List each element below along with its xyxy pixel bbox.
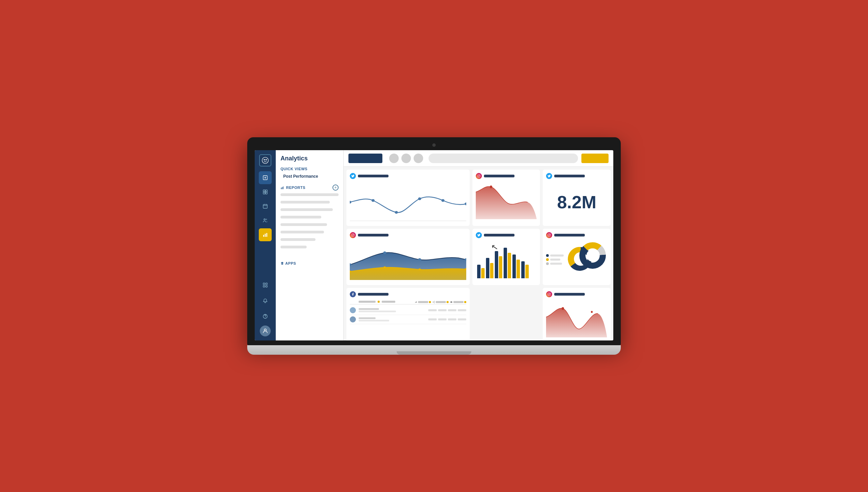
bar	[521, 261, 525, 278]
svg-point-1	[264, 159, 265, 160]
add-report-button[interactable]: +	[332, 184, 339, 191]
svg-line-63	[433, 301, 434, 302]
table-row-2	[350, 315, 466, 324]
line-chart-area	[350, 182, 466, 223]
top-bar-circle-1[interactable]	[389, 154, 399, 163]
svg-point-31	[372, 199, 375, 202]
bar-group-5	[512, 254, 520, 278]
legend-item-1	[546, 254, 564, 257]
svg-rect-51	[548, 234, 550, 236]
table-content	[350, 300, 466, 324]
top-bar-cta-button[interactable]	[581, 154, 609, 163]
legend-dot-2	[546, 258, 549, 261]
top-bar-tab[interactable]	[348, 154, 382, 163]
sidebar-item-dashboard[interactable]	[259, 186, 272, 198]
top-bar-circle-3[interactable]	[414, 154, 423, 163]
svg-point-24	[265, 318, 265, 318]
card-header-1	[350, 173, 466, 179]
bar	[486, 258, 489, 278]
svg-point-44	[383, 251, 386, 254]
apps-label: APPS	[281, 258, 339, 265]
svg-point-68	[562, 307, 564, 310]
main-content: 8.2M	[344, 150, 613, 340]
table-cell	[458, 318, 466, 320]
report-line	[281, 238, 315, 241]
screen: Analytics QUICK VIEWS Post Performance R…	[255, 150, 613, 340]
svg-point-35	[465, 203, 466, 205]
donut-chart-area	[546, 241, 607, 278]
instagram-icon-4	[546, 291, 552, 297]
bar-group-2	[486, 258, 493, 278]
twitter-icon-3	[476, 232, 482, 238]
sidebar-item-grid[interactable]	[259, 279, 272, 292]
card-twitter-bar-chart: ↖	[472, 229, 540, 285]
table-text-line	[359, 311, 396, 312]
bar-group-3	[495, 251, 502, 278]
svg-rect-65	[548, 293, 550, 296]
sidebar-item-analytics[interactable]	[259, 228, 272, 241]
svg-rect-22	[266, 285, 267, 287]
col-indicator	[447, 301, 449, 303]
svg-rect-20	[266, 283, 267, 285]
legend-line-2	[550, 259, 560, 261]
svg-rect-6	[263, 190, 265, 192]
top-bar-circle-2[interactable]	[401, 154, 411, 163]
sidebar-item-help[interactable]	[259, 310, 272, 323]
sidebar	[255, 150, 276, 340]
card-title-bar-7	[358, 293, 388, 296]
sidebar-item-calendar[interactable]	[259, 200, 272, 213]
reports-header: REPORTS +	[281, 184, 339, 191]
svg-point-38	[480, 175, 480, 175]
col-indicator	[378, 301, 380, 303]
quick-views-item-post-performance[interactable]: Post Performance	[281, 173, 339, 180]
donut-legend	[546, 254, 564, 265]
svg-point-60	[433, 302, 433, 302]
left-panel: Analytics QUICK VIEWS Post Performance R…	[276, 150, 344, 340]
svg-point-2	[266, 159, 267, 160]
svg-point-25	[264, 329, 266, 331]
sidebar-item-compose[interactable]	[259, 171, 272, 184]
svg-point-34	[441, 199, 445, 202]
svg-point-48	[383, 266, 386, 268]
bar-group-6	[521, 261, 529, 278]
bar	[495, 251, 498, 278]
report-line	[281, 201, 330, 204]
sidebar-item-audience[interactable]	[259, 214, 272, 227]
sidebar-item-notifications[interactable]	[259, 294, 272, 307]
legend-item-3	[546, 262, 564, 265]
svg-rect-21	[263, 285, 265, 287]
user-avatar[interactable]	[260, 326, 271, 336]
bar	[517, 260, 520, 278]
top-bar-search[interactable]	[429, 154, 578, 163]
bar	[477, 265, 481, 278]
col-header-1	[359, 301, 376, 303]
svg-point-52	[549, 234, 550, 235]
svg-point-67	[550, 293, 550, 294]
svg-point-14	[264, 219, 265, 220]
card-instagram-red-area	[472, 170, 540, 226]
svg-rect-17	[265, 234, 266, 237]
svg-rect-18	[266, 233, 267, 237]
card-instagram-red-area-bottom	[543, 288, 611, 340]
bar	[481, 268, 485, 278]
svg-point-41	[352, 234, 353, 235]
svg-rect-16	[263, 235, 264, 237]
table-data-cells-2	[392, 318, 466, 320]
table-row-1	[350, 306, 466, 315]
page-title: Analytics	[281, 155, 339, 162]
twitter-icon-2	[546, 173, 552, 179]
donut-chart-svg	[577, 240, 608, 271]
card-title-bar-2	[484, 175, 514, 177]
bar	[508, 253, 511, 278]
bar	[525, 265, 529, 278]
table-cell	[458, 309, 466, 311]
svg-point-61	[434, 302, 435, 303]
svg-line-62	[433, 302, 434, 303]
table-cell	[438, 309, 447, 311]
red-area-chart	[476, 182, 537, 223]
report-line	[281, 246, 307, 248]
col-header-4	[436, 301, 446, 303]
report-line	[281, 193, 339, 196]
col-header-3	[418, 301, 428, 303]
svg-point-0	[262, 157, 268, 163]
